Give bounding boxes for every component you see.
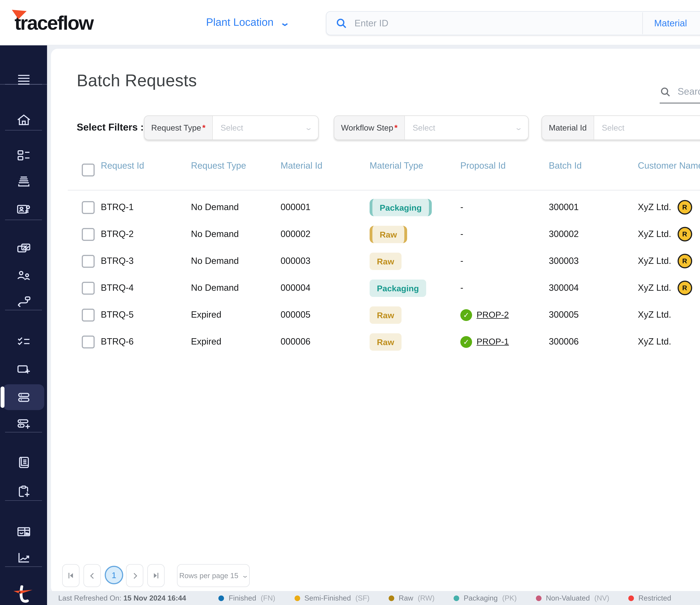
legend-label: Semi-Finished	[304, 594, 351, 602]
filter-select-placeholder[interactable]: Select	[405, 116, 516, 140]
sidebar-item-layered-cards[interactable]	[0, 236, 47, 261]
row-checkbox[interactable]	[82, 274, 95, 301]
restricted-badge: R	[677, 200, 692, 215]
top-header: traceflow Plant Location ⌄ Enter ID Mate…	[0, 0, 700, 45]
page-number-button[interactable]: 1	[105, 566, 123, 584]
filter-material-id[interactable]: Material IdSelect⌄	[542, 115, 700, 140]
select-all-checkbox[interactable]	[82, 164, 95, 176]
request-type-cell: No Demand	[191, 194, 239, 221]
legend-dot-icon	[219, 595, 224, 601]
sidebar-item-dashboard[interactable]	[0, 519, 47, 544]
material-type-cell: Packaging	[370, 194, 432, 221]
table-row[interactable]: BTRQ-5Expired000005Raw✓PROP-2300005XyZ L…	[51, 301, 700, 328]
legend-dot-icon	[628, 595, 634, 601]
column-header: Customer Name	[638, 159, 700, 172]
table-row[interactable]: BTRQ-1No Demand000001Packaging-300001XyZ…	[51, 194, 700, 221]
sidebar-item-analytics[interactable]	[0, 545, 47, 570]
footer-status-bar: Last Refreshed On: 15 Nov 2024 16:44 Fin…	[47, 591, 700, 605]
proposal-id-cell: -	[460, 274, 463, 301]
column-header: Material Type	[370, 159, 423, 172]
traceflow-mark-icon	[12, 585, 35, 604]
rows-per-page-label: Rows per page 15	[179, 572, 239, 580]
plant-location-label: Plant Location	[206, 16, 274, 29]
dashboard-icon	[16, 524, 31, 539]
sidebar-item-menu[interactable]	[0, 67, 47, 92]
row-checkbox[interactable]	[82, 248, 95, 274]
sidebar-item-rows-plus[interactable]	[0, 412, 47, 436]
sidebar-item-clipboard-plus[interactable]	[0, 479, 47, 504]
page-title: Batch Requests	[77, 71, 197, 90]
customer-name-cell: XyZ Ltd.R	[638, 194, 692, 221]
sidebar-item-home[interactable]	[0, 107, 47, 132]
row-checkbox[interactable]	[82, 221, 95, 248]
previous-page-button[interactable]	[83, 564, 101, 587]
material-type-chip: Raw	[370, 252, 401, 270]
legend-item: Semi-Finished(SF)	[294, 594, 370, 602]
task-checklist-icon	[16, 335, 31, 350]
request-type-cell: Expired	[191, 328, 221, 355]
row-checkbox[interactable]	[82, 328, 95, 355]
sidebar-item-task-checklist[interactable]	[0, 330, 47, 355]
filter-select-placeholder[interactable]: Select	[594, 116, 700, 140]
row-checkbox[interactable]	[82, 194, 95, 221]
next-page-button[interactable]	[126, 564, 143, 587]
legend-code: (NV)	[594, 594, 609, 602]
batch-id-cell: 300005	[549, 301, 579, 328]
legend-item: Restricted	[628, 594, 671, 602]
proposal-id-cell: -	[460, 248, 463, 274]
plant-location-dropdown[interactable]: Plant Location ⌄	[206, 0, 289, 45]
traceflow-logo: traceflow	[15, 10, 93, 36]
last-refreshed-value: 15 Nov 2024 16:44	[123, 594, 186, 602]
id-card-gear-icon	[16, 201, 31, 217]
sidebar-item-batch-requests[interactable]	[0, 385, 47, 410]
material-id-cell: 000001	[280, 194, 310, 221]
proposal-link-text[interactable]: PROP-2	[477, 310, 509, 320]
menu-icon	[16, 72, 31, 87]
request-type-cell: Expired	[191, 301, 221, 328]
material-type-chip: Packaging	[370, 199, 432, 216]
filter-label: Request Type*	[145, 116, 213, 140]
chevron-down-icon: ⌄	[241, 572, 249, 579]
filter-select-placeholder[interactable]: Select	[213, 116, 306, 140]
row-checkbox[interactable]	[82, 301, 95, 328]
sidebar-item-scroll[interactable]	[0, 450, 47, 475]
table-header-divider	[68, 190, 700, 191]
table-row[interactable]: BTRQ-6Expired000006Raw✓PROP-1300006XyZ L…	[51, 328, 700, 355]
sidebar-nav	[0, 45, 47, 605]
batch-id-cell: 300003	[549, 248, 579, 274]
sidebar-item-customers[interactable]	[0, 263, 47, 288]
sidebar-item-id-card-gear[interactable]	[0, 197, 47, 221]
legend-label: Finished	[229, 594, 256, 602]
batch-requests-icon	[16, 390, 31, 405]
last-page-button[interactable]	[147, 564, 165, 587]
required-asterisk: *	[202, 123, 205, 132]
sidebar-item-stack-lines[interactable]	[0, 169, 47, 194]
table-row[interactable]: BTRQ-3No Demand000003Raw-300003XyZ Ltd.R…	[51, 248, 700, 274]
filter-workflow-step[interactable]: Workflow Step*Select⌄	[334, 115, 529, 140]
customer-name-cell: XyZ Ltd.	[638, 328, 671, 355]
proposal-id-cell: -	[460, 194, 463, 221]
first-page-button[interactable]	[62, 564, 79, 587]
proposal-link[interactable]: ✓PROP-1	[460, 336, 509, 347]
material-id-cell: 000005	[280, 301, 310, 328]
table-row[interactable]: BTRQ-2No Demand000002Raw-300002XyZ Ltd.R…	[51, 221, 700, 248]
legend-dot-icon	[389, 595, 394, 601]
sidebar-item-material-cards[interactable]	[0, 143, 47, 168]
table-search-input[interactable]: Search...	[660, 81, 700, 104]
filter-request-type[interactable]: Request Type*Select⌄	[144, 115, 319, 140]
rows-per-page-select[interactable]: Rows per page 15 ⌄	[177, 564, 250, 587]
global-search-bar[interactable]: Enter ID Material ⌄	[326, 11, 700, 35]
proposal-link-text[interactable]: PROP-1	[477, 337, 509, 347]
sidebar-item-workflow[interactable]	[0, 290, 47, 314]
select-filters-label: Select Filters :	[77, 122, 144, 133]
check-circle-icon: ✓	[460, 336, 472, 347]
proposal-link[interactable]: ✓PROP-2	[460, 309, 509, 321]
chevron-down-icon: ⌄	[304, 124, 313, 131]
legend-dot-icon	[454, 595, 459, 601]
table-row[interactable]: BTRQ-4No Demand000004Packaging-300004XyZ…	[51, 274, 700, 301]
sidebar-item-screen-plus[interactable]	[0, 357, 47, 382]
legend-code: (PK)	[502, 594, 517, 602]
batch-id-cell: 300001	[549, 194, 579, 221]
request-id-cell: BTRQ-4	[101, 274, 134, 301]
search-category-value[interactable]: Material	[643, 18, 700, 29]
